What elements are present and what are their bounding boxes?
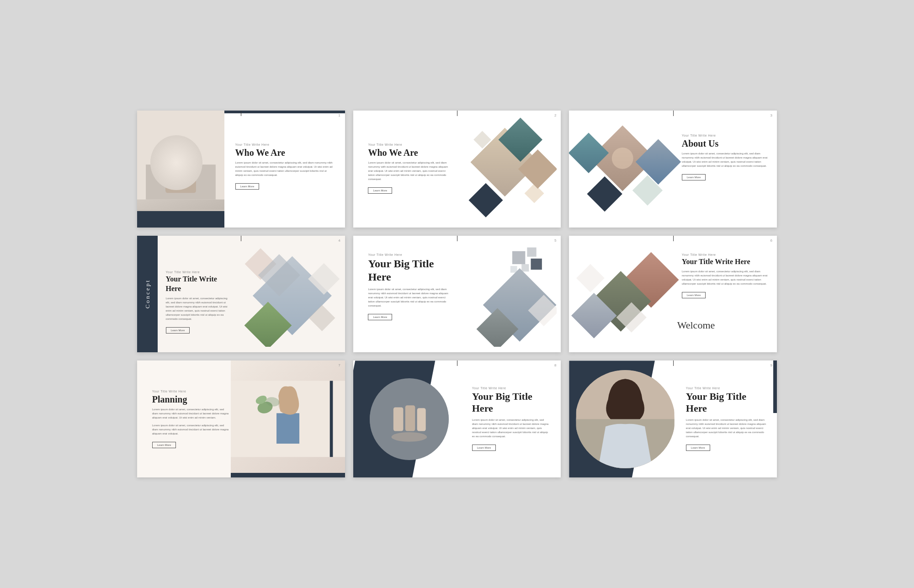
slide2-top-line: [457, 111, 457, 116]
slide3-number: 3: [771, 113, 772, 117]
slide2-label: Your Title Write Here: [368, 143, 452, 146]
slide1-number: 1: [338, 113, 340, 117]
slide4-body: Lorem ipsum dolor sit amet, consectetur …: [166, 297, 231, 321]
slide6-body: Lorem ipsum dolor sit amet, consectetur …: [682, 270, 768, 286]
slide8-top-line: [457, 360, 457, 366]
slide6-title: Your Title Write Here: [682, 257, 768, 267]
slide2-btn[interactable]: Learn More: [368, 187, 392, 194]
slide3-btn[interactable]: Learn More: [682, 174, 706, 180]
svg-point-9: [177, 143, 185, 151]
slide1-body: Lorem ipsum dolor sit amet, consectetur …: [235, 161, 334, 177]
svg-rect-51: [405, 405, 415, 431]
slide4-top-line: [241, 236, 241, 241]
slide6-number: 6: [771, 238, 772, 243]
slide6-content: Your Title Write Here Your Title Write H…: [677, 253, 773, 298]
svg-point-7: [171, 149, 178, 156]
slide1-top-line: [241, 111, 241, 116]
svg-rect-52: [417, 408, 426, 431]
slide5-btn[interactable]: Learn More: [368, 314, 392, 320]
slide-8: Your Title Write Here Your Big Title Her…: [353, 360, 561, 477]
slide4-btn[interactable]: Learn More: [166, 327, 190, 334]
slide1-label: Your Title Write Here: [235, 143, 334, 146]
slide1-photo: [137, 111, 224, 210]
slide1-dark-bar: [137, 211, 224, 228]
svg-point-2: [165, 171, 196, 184]
slide2-title: Who We Are: [368, 147, 452, 158]
slide-4: Concept Your Title Write Here Your Title…: [137, 236, 345, 353]
slide6-btn[interactable]: Learn More: [682, 292, 706, 298]
slide1-btn[interactable]: Learn More: [235, 183, 260, 190]
slide2-number: 2: [554, 113, 556, 117]
slide5-diamonds: [453, 241, 557, 346]
svg-rect-41: [576, 264, 605, 292]
slide4-concept: Concept: [144, 279, 151, 308]
slide8-circle: [370, 378, 449, 460]
slide2-diamonds: [453, 117, 557, 222]
slide-9: Your Title Write Here Your Big Title Her…: [569, 360, 777, 477]
slide1-title: Who We Are: [235, 147, 334, 158]
svg-rect-31: [521, 265, 529, 272]
svg-point-8: [184, 148, 190, 154]
slide3-body: Lorem ipsum dolor sit amet, consectetur …: [682, 152, 768, 168]
slide8-label: Your Title Write Here: [472, 387, 550, 390]
svg-rect-32: [510, 266, 517, 273]
slide6-welcome: Welcome: [677, 319, 715, 331]
slide9-content: Your Title Write Here Your Big Title Her…: [681, 387, 773, 451]
slide5-body: Lorem ipsum dolor sit amet, consectetur …: [368, 287, 452, 308]
slide7-title: Planning: [152, 394, 230, 405]
svg-point-5: [177, 148, 202, 168]
slide-6: Your Title Write Here Your Title Write H…: [569, 236, 777, 353]
slide4-diamonds: [233, 241, 340, 346]
svg-point-53: [392, 432, 427, 442]
slide4-content: Your Title Write Here Your Title Write H…: [162, 270, 235, 334]
slide7-content: Your Title Write Here Planning Lorem ips…: [148, 390, 235, 448]
slide3-photo-grid: [569, 111, 683, 228]
slide6-label: Your Title Write Here: [682, 253, 768, 256]
slide-grid: Your Title Write Here Who We Are Lorem i…: [137, 111, 777, 477]
slide9-body: Lorem ipsum dolor sit amet, consectetur …: [686, 418, 768, 439]
slide-7: Your Title Write Here Planning Lorem ips…: [137, 360, 345, 477]
slide5-top-line: [457, 236, 457, 241]
slide3-content: Your Title Write Here About Us Lorem ips…: [677, 134, 773, 180]
slide5-content: Your Title Write Here Your Big Title Her…: [363, 253, 457, 320]
slide9-top-line: [673, 360, 674, 366]
svg-rect-30: [527, 248, 536, 257]
slide-2: Your Title Write Here Who We Are Lorem i…: [353, 111, 561, 228]
svg-rect-44: [276, 413, 299, 444]
slide7-body2: Lorem ipsum dolor sit amet, consectetur …: [152, 424, 230, 436]
slide8-body: Lorem ipsum dolor sit amet, consectetur …: [472, 418, 550, 439]
slide-3: Your Title Write Here About Us Lorem ips…: [569, 111, 777, 228]
slide9-right-bar: [773, 360, 777, 413]
slide2-body: Lorem ipsum dolor sit amet, consectetur …: [368, 161, 452, 181]
slide7-bottom-bar: [231, 473, 345, 477]
svg-point-6: [172, 148, 189, 159]
slide8-number: 8: [554, 363, 556, 367]
slide9-btn[interactable]: Learn More: [686, 445, 710, 451]
slide1-top-bar: [224, 111, 345, 113]
svg-point-4: [159, 150, 185, 170]
svg-rect-3: [165, 178, 196, 193]
slide2-content: Your Title Write Here Who We Are Lorem i…: [363, 143, 457, 194]
slide1-content: Your Title Write Here Who We Are Lorem i…: [231, 143, 339, 190]
slide3-label: Your Title Write Here: [682, 134, 768, 137]
svg-rect-29: [512, 251, 525, 264]
slide3-title: About Us: [682, 138, 768, 149]
slide9-label: Your Title Write Here: [686, 387, 768, 390]
slide4-left-bar: Concept: [137, 236, 158, 353]
slide9-number: 9: [771, 363, 772, 367]
slide-5: Your Title Write Here Your Big Title Her…: [353, 236, 561, 353]
svg-rect-1: [146, 164, 216, 199]
svg-rect-14: [525, 183, 544, 203]
slide4-number: 4: [338, 238, 340, 243]
svg-rect-48: [329, 381, 333, 457]
slide5-label: Your Title Write Here: [368, 253, 452, 256]
slide7-label: Your Title Write Here: [152, 390, 230, 393]
slide8-btn[interactable]: Learn More: [472, 445, 496, 451]
slide9-circle-photo: [575, 370, 675, 468]
slide4-label: Your Title Write Here: [166, 270, 231, 274]
slide6-photo-area: [569, 236, 683, 353]
slide8-title: Your Big Title Here: [472, 391, 550, 415]
slide4-title: Your Title Write Here: [166, 275, 231, 294]
slide7-btn[interactable]: Learn More: [152, 442, 176, 448]
slide1-left-image: [137, 111, 224, 228]
